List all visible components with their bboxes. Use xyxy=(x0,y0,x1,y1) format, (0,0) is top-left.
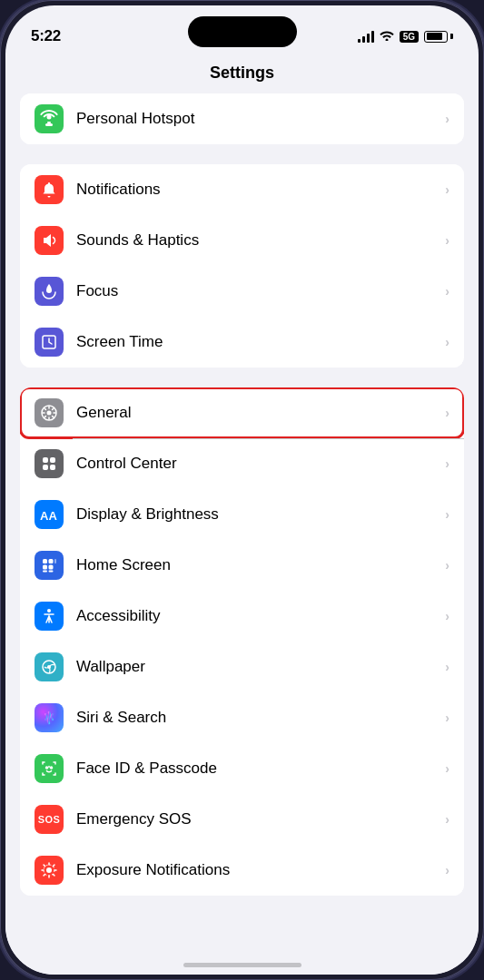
emergency-sos-icon: SOS xyxy=(35,805,64,834)
exposure-label: Exposure Notifications xyxy=(76,861,445,879)
personal-hotspot-icon xyxy=(35,104,64,133)
siri-label: Siri & Search xyxy=(76,709,445,727)
settings-row-sounds[interactable]: Sounds & Haptics › xyxy=(20,215,464,266)
screen-time-label: Screen Time xyxy=(76,333,445,351)
svg-rect-11 xyxy=(43,559,47,564)
chevron-icon: › xyxy=(445,335,449,349)
settings-row-siri[interactable]: Siri & Search › xyxy=(20,692,464,743)
settings-group-notifications: Notifications › Sounds & Haptics › xyxy=(20,164,464,368)
chevron-icon: › xyxy=(445,284,449,299)
wallpaper-icon xyxy=(35,652,64,681)
accessibility-label: Accessibility xyxy=(76,607,445,625)
chevron-icon: › xyxy=(445,863,449,877)
svg-point-0 xyxy=(47,115,52,120)
chevron-icon: › xyxy=(445,761,449,776)
settings-row-accessibility[interactable]: Accessibility › xyxy=(20,591,464,642)
personal-hotspot-label: Personal Hotspot xyxy=(76,110,445,128)
wallpaper-label: Wallpaper xyxy=(76,658,445,676)
settings-row-face-id[interactable]: Face ID & Passcode › xyxy=(20,743,464,794)
chevron-icon: › xyxy=(445,182,449,197)
focus-icon xyxy=(35,277,64,306)
settings-row-focus[interactable]: Focus › xyxy=(20,266,464,317)
general-icon xyxy=(35,398,64,427)
chevron-icon: › xyxy=(445,558,449,573)
settings-row-exposure[interactable]: Exposure Notifications › xyxy=(20,845,464,896)
svg-point-21 xyxy=(46,767,48,769)
svg-rect-14 xyxy=(43,565,47,570)
svg-rect-8 xyxy=(43,465,48,470)
chevron-icon: › xyxy=(445,609,449,623)
control-center-icon xyxy=(35,449,64,478)
face-id-label: Face ID & Passcode xyxy=(76,760,445,778)
screen-time-icon xyxy=(35,328,64,357)
notifications-label: Notifications xyxy=(76,181,445,199)
settings-row-screen-time[interactable]: Screen Time › xyxy=(20,317,464,368)
chevron-icon: › xyxy=(445,456,449,471)
settings-row-display[interactable]: AA Display & Brightness › xyxy=(20,489,464,540)
home-screen-icon xyxy=(35,551,64,580)
chevron-icon: › xyxy=(445,507,449,522)
exposure-icon xyxy=(35,856,64,885)
notifications-icon xyxy=(35,175,64,204)
face-id-icon xyxy=(35,754,64,783)
home-indicator xyxy=(183,963,301,967)
siri-icon xyxy=(35,703,64,732)
status-icons: 5G xyxy=(358,29,453,44)
display-icon: AA xyxy=(35,500,64,529)
home-screen-label: Home Screen xyxy=(76,556,445,574)
phone-frame: 5:22 5G xyxy=(0,0,484,980)
focus-label: Focus xyxy=(76,282,445,300)
general-label: General xyxy=(76,404,445,422)
svg-rect-6 xyxy=(43,457,48,463)
settings-row-personal-hotspot[interactable]: Personal Hotspot › xyxy=(20,93,464,144)
wifi-icon xyxy=(380,29,394,44)
svg-rect-9 xyxy=(50,465,55,470)
chevron-icon: › xyxy=(445,710,449,725)
settings-row-wallpaper[interactable]: Wallpaper › xyxy=(20,642,464,692)
phone-screen: 5:22 5G xyxy=(5,5,479,975)
svg-point-22 xyxy=(51,767,53,769)
signal-icon xyxy=(358,30,374,43)
svg-rect-16 xyxy=(43,571,47,573)
chevron-icon: › xyxy=(445,233,449,248)
svg-rect-7 xyxy=(50,457,55,463)
page-title: Settings xyxy=(5,54,479,93)
bottom-spacer xyxy=(5,916,479,934)
settings-group-hotspot: Personal Hotspot › xyxy=(20,93,464,144)
svg-point-5 xyxy=(47,411,52,416)
svg-point-23 xyxy=(46,867,52,873)
svg-rect-12 xyxy=(49,559,54,564)
settings-row-home-screen[interactable]: Home Screen › xyxy=(20,540,464,591)
display-label: Display & Brightness xyxy=(76,505,445,524)
chevron-icon: › xyxy=(445,812,449,827)
5g-icon: 5G xyxy=(400,31,419,43)
svg-text:AA: AA xyxy=(40,509,57,523)
chevron-icon: › xyxy=(445,660,449,674)
sounds-label: Sounds & Haptics xyxy=(76,231,445,250)
sos-text: SOS xyxy=(38,814,61,825)
svg-point-18 xyxy=(47,609,51,612)
control-center-label: Control Center xyxy=(76,455,445,473)
settings-row-general[interactable]: General › xyxy=(20,387,464,438)
status-time: 5:22 xyxy=(31,27,61,45)
svg-point-20 xyxy=(47,665,51,669)
svg-rect-15 xyxy=(49,565,54,570)
svg-rect-13 xyxy=(54,559,56,564)
sounds-icon xyxy=(35,226,64,255)
svg-rect-17 xyxy=(49,571,54,573)
chevron-icon: › xyxy=(445,406,449,420)
accessibility-icon xyxy=(35,602,64,631)
dynamic-island xyxy=(188,16,297,47)
settings-row-control-center[interactable]: Control Center › xyxy=(20,438,464,489)
chevron-icon: › xyxy=(445,112,449,126)
settings-row-notifications[interactable]: Notifications › xyxy=(20,164,464,215)
svg-rect-2 xyxy=(45,123,53,126)
emergency-sos-label: Emergency SOS xyxy=(76,810,445,828)
settings-row-emergency-sos[interactable]: SOS Emergency SOS › xyxy=(20,794,464,845)
battery-icon xyxy=(424,31,453,43)
settings-content[interactable]: Personal Hotspot › Notifications › xyxy=(5,93,479,975)
svg-rect-1 xyxy=(47,122,51,123)
settings-group-general: General › Control Center › xyxy=(20,387,464,896)
